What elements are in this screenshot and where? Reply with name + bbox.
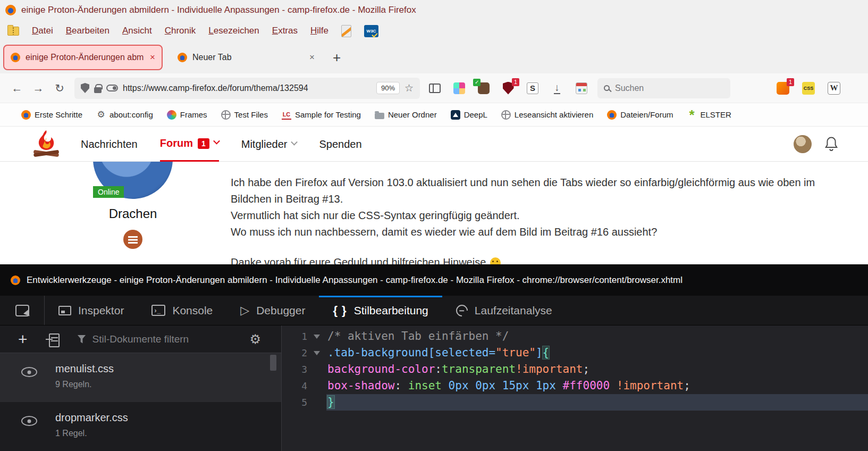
site-nav-nachrichten[interactable]: Nachrichten	[81, 127, 138, 162]
download-arrow-icon: ↓	[554, 82, 560, 94]
https-lock-icon[interactable]	[94, 87, 102, 93]
search-input[interactable]	[615, 83, 705, 93]
style-editor-sidebar: + ⚙ menulist.css 9 Regeln. dropmarker.cs…	[0, 325, 282, 451]
bookmark-leseansicht[interactable]: Leseansicht aktivieren	[501, 110, 593, 120]
code-token: inset	[408, 379, 442, 392]
bookmark-test-files[interactable]: Test Files	[221, 110, 268, 120]
chevron-down-icon	[213, 138, 220, 145]
bookmark-deepl[interactable]: DeepL	[451, 110, 487, 120]
tree-style-tab-button[interactable]: 1	[777, 82, 789, 95]
window-title: einige Proton-Änderungen abmildern - Ind…	[21, 5, 416, 15]
devtools-tab-laufzeitanalyse[interactable]: Laufzeitanalyse	[442, 296, 566, 325]
line-number: 2	[282, 347, 307, 358]
sidebar-toggle-button[interactable]	[428, 82, 441, 95]
site-nav-mitglieder[interactable]: Mitglieder	[241, 127, 297, 162]
filter-stylesheets-input[interactable]	[92, 333, 225, 345]
new-stylesheet-button[interactable]: +	[18, 331, 28, 347]
zip-archive-icon[interactable]	[7, 27, 19, 36]
menu-datei[interactable]: Datei	[32, 26, 53, 36]
bookmark-sample-for-testing[interactable]: LCSample for Testing	[282, 110, 361, 120]
bookmark-elster[interactable]: *ELSTER	[687, 110, 731, 120]
toggle-stylesheet-eye-icon[interactable]	[21, 416, 37, 426]
stylesheet-rule-count: 1 Regel.	[55, 429, 281, 438]
menu-ansicht[interactable]: Ansicht	[122, 26, 152, 36]
devtools-toolbar: Inspektor ›_Konsole ▷Debugger { }Stilbea…	[0, 296, 868, 325]
code-token: #ff0000	[563, 379, 610, 392]
css-extension-button[interactable]: CSS	[802, 82, 815, 95]
search-bar[interactable]	[597, 78, 730, 98]
tab-close-icon[interactable]: ×	[150, 52, 155, 63]
style-editor-panel: + ⚙ menulist.css 9 Regeln. dropmarker.cs…	[0, 325, 868, 451]
toggle-stylesheet-eye-icon[interactable]	[21, 367, 37, 377]
edit-document-extension-icon[interactable]	[341, 25, 351, 37]
inspector-icon	[58, 306, 71, 315]
tab-label: einige Proton-Änderungen abm	[26, 53, 145, 62]
w-extension-button[interactable]: W	[828, 82, 840, 95]
stylus-extension-button[interactable]: S	[526, 82, 539, 95]
notifications-bell-icon[interactable]	[824, 136, 838, 152]
bookmark-frames[interactable]: Frames	[167, 110, 207, 120]
zoom-level-badge[interactable]: 90%	[376, 82, 400, 94]
folder-icon	[375, 113, 384, 119]
stylesheet-item-menulist[interactable]: menulist.css 9 Regeln.	[0, 353, 281, 402]
post-author-posts-icon[interactable]	[123, 230, 142, 249]
stylesheet-item-dropmarker[interactable]: dropmarker.css 1 Regel.	[0, 402, 281, 451]
pick-element-button[interactable]	[0, 296, 45, 325]
devtools-tab-konsole[interactable]: ›_Konsole	[138, 296, 226, 325]
ublock-origin-button[interactable]: 1	[502, 82, 515, 95]
palette-extension-button[interactable]	[453, 82, 466, 95]
code-token: !important	[516, 363, 583, 375]
devtools-tab-debugger[interactable]: ▷Debugger	[226, 296, 319, 325]
w-icon: W	[828, 82, 840, 95]
gear-icon: ⚙	[96, 110, 106, 120]
style-editor-options-gear-icon[interactable]: ⚙	[249, 333, 261, 346]
post-author-name[interactable]: Drachen	[93, 206, 173, 221]
tab-close-icon[interactable]: ×	[309, 52, 315, 63]
menu-accesskey: H	[310, 26, 317, 36]
menu-chronik[interactable]: Chronik	[165, 26, 196, 36]
tracking-protection-shield-icon[interactable]	[81, 83, 89, 93]
site-nav-spenden[interactable]: Spenden	[319, 127, 361, 162]
import-stylesheet-button[interactable]	[46, 333, 60, 345]
bookmark-erste-schritte[interactable]: Erste Schritte	[21, 110, 82, 120]
sidebar-scrollbar-thumb[interactable]	[270, 355, 276, 371]
code-token: :	[435, 363, 442, 375]
menu-lesezeichen[interactable]: Lesezeichen	[208, 26, 259, 36]
tab-active[interactable]: einige Proton-Änderungen abm ×	[3, 45, 163, 70]
url-text[interactable]: https://www.camp-firefox.de/forum/thema/…	[123, 83, 372, 93]
bookmark-about-config[interactable]: ⚙about:config	[96, 110, 153, 120]
menu-hilfe[interactable]: Hilfe	[310, 26, 328, 36]
calendar-extension-button[interactable]	[575, 82, 588, 95]
bookmark-dateien-forum[interactable]: Dateien/Forum	[607, 110, 673, 120]
menu-label: ilfe	[317, 26, 328, 36]
fold-marker[interactable]	[307, 351, 326, 355]
account-avatar[interactable]	[794, 135, 812, 153]
bookmark-star-icon[interactable]: ☆	[404, 82, 414, 94]
new-tab-button[interactable]: +	[333, 49, 341, 66]
menu-accesskey: L	[208, 26, 213, 36]
url-bar[interactable]: https://www.camp-firefox.de/forum/thema/…	[74, 78, 420, 99]
style-editor-source[interactable]: 1 /* aktiven Tab einfärben */ 2 .tab-bac…	[282, 325, 868, 451]
downloads-button[interactable]: ↓	[551, 82, 563, 95]
debugger-icon: ▷	[240, 305, 249, 316]
menu-bearbeiten[interactable]: Bearbeiten	[66, 26, 109, 36]
console-icon: ›_	[151, 305, 165, 316]
tampermonkey-extension-button[interactable]: ✓	[477, 82, 490, 95]
bookmark-folder-neuer-ordner[interactable]: Neuer Ordner	[375, 110, 437, 119]
fold-marker[interactable]	[307, 335, 326, 339]
bookmark-label: Sample for Testing	[295, 110, 361, 119]
permissions-toggle-icon[interactable]	[106, 85, 118, 91]
back-button[interactable]: ←	[6, 78, 28, 99]
code-token: ]	[536, 346, 543, 359]
reload-button[interactable]: ↻	[49, 78, 70, 99]
devtools-tab-stilbearbeitung[interactable]: { }Stilbearbeitung	[319, 296, 442, 325]
site-nav-forum[interactable]: Forum 1	[160, 127, 219, 162]
line-number: 4	[282, 380, 307, 391]
menu-extras[interactable]: Extras	[272, 26, 298, 36]
tab-neuer-tab[interactable]: Neuer Tab ×	[171, 45, 321, 70]
campfire-logo[interactable]	[29, 129, 63, 159]
devtools-tab-inspektor[interactable]: Inspektor	[45, 296, 138, 325]
w3c-validator-icon[interactable]: W3C	[364, 25, 378, 37]
forward-button[interactable]: →	[28, 78, 49, 99]
code-text: }	[326, 394, 868, 411]
